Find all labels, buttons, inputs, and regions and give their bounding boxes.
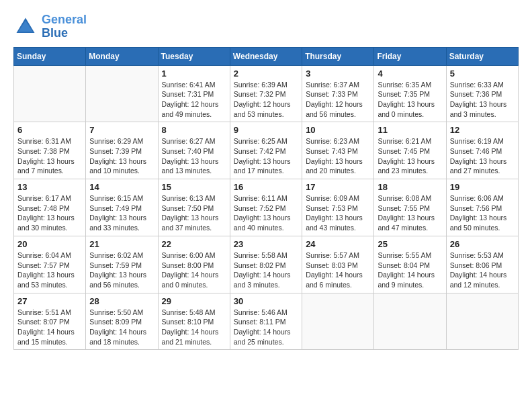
- day-number: 14: [89, 182, 154, 192]
- day-info: Sunrise: 5:50 AM Sunset: 8:09 PM Dayligh…: [89, 308, 154, 347]
- day-number: 9: [234, 125, 298, 135]
- day-info: Sunrise: 5:48 AM Sunset: 8:10 PM Dayligh…: [162, 308, 226, 347]
- calendar-day-cell: 20Sunrise: 6:04 AM Sunset: 7:57 PM Dayli…: [14, 236, 86, 293]
- day-number: 7: [89, 125, 154, 135]
- day-info: Sunrise: 5:57 AM Sunset: 8:03 PM Dayligh…: [306, 250, 370, 290]
- day-info: Sunrise: 6:37 AM Sunset: 7:33 PM Dayligh…: [306, 80, 370, 120]
- day-number: 23: [234, 239, 298, 249]
- calendar-week-row: 13Sunrise: 6:17 AM Sunset: 7:48 PM Dayli…: [14, 179, 519, 236]
- day-info: Sunrise: 6:31 AM Sunset: 7:38 PM Dayligh…: [17, 136, 82, 176]
- day-number: 8: [162, 125, 226, 135]
- day-info: Sunrise: 6:13 AM Sunset: 7:50 PM Dayligh…: [162, 193, 226, 233]
- day-number: 6: [17, 125, 82, 135]
- calendar-day-cell: 21Sunrise: 6:02 AM Sunset: 7:59 PM Dayli…: [86, 236, 158, 293]
- logo-icon: [13, 15, 38, 39]
- day-info: Sunrise: 6:33 AM Sunset: 7:36 PM Dayligh…: [450, 80, 515, 120]
- calendar-day-cell: 29Sunrise: 5:48 AM Sunset: 8:10 PM Dayli…: [158, 293, 230, 350]
- day-info: Sunrise: 6:11 AM Sunset: 7:52 PM Dayligh…: [234, 193, 298, 233]
- calendar-week-row: 27Sunrise: 5:51 AM Sunset: 8:07 PM Dayli…: [14, 293, 519, 350]
- calendar-day-cell: 19Sunrise: 6:06 AM Sunset: 7:56 PM Dayli…: [446, 179, 518, 236]
- day-number: 19: [450, 182, 515, 192]
- day-number: 28: [89, 296, 154, 306]
- day-info: Sunrise: 6:09 AM Sunset: 7:53 PM Dayligh…: [306, 193, 370, 233]
- page-header: General Blue: [13, 13, 519, 40]
- day-info: Sunrise: 5:46 AM Sunset: 8:11 PM Dayligh…: [234, 308, 298, 347]
- day-number: 5: [450, 68, 515, 79]
- calendar-day-cell: 6Sunrise: 6:31 AM Sunset: 7:38 PM Daylig…: [14, 122, 86, 179]
- calendar-day-cell: 22Sunrise: 6:00 AM Sunset: 8:00 PM Dayli…: [158, 236, 230, 293]
- day-of-week-header: Thursday: [302, 47, 374, 65]
- calendar-day-cell: 11Sunrise: 6:21 AM Sunset: 7:45 PM Dayli…: [374, 122, 446, 179]
- day-number: 4: [378, 68, 442, 79]
- calendar-day-cell: 2Sunrise: 6:39 AM Sunset: 7:32 PM Daylig…: [230, 65, 302, 122]
- day-number: 20: [17, 239, 82, 249]
- calendar-day-cell: [446, 293, 518, 350]
- day-info: Sunrise: 6:00 AM Sunset: 8:00 PM Dayligh…: [162, 250, 226, 290]
- day-info: Sunrise: 6:06 AM Sunset: 7:56 PM Dayligh…: [450, 193, 515, 233]
- calendar-day-cell: 5Sunrise: 6:33 AM Sunset: 7:36 PM Daylig…: [446, 65, 518, 122]
- day-info: Sunrise: 6:21 AM Sunset: 7:45 PM Dayligh…: [378, 136, 442, 176]
- calendar-day-cell: 7Sunrise: 6:29 AM Sunset: 7:39 PM Daylig…: [86, 122, 158, 179]
- day-info: Sunrise: 6:23 AM Sunset: 7:43 PM Dayligh…: [306, 136, 370, 176]
- calendar-day-cell: 27Sunrise: 5:51 AM Sunset: 8:07 PM Dayli…: [14, 293, 86, 350]
- day-number: 15: [162, 182, 226, 192]
- calendar-day-cell: 18Sunrise: 6:08 AM Sunset: 7:55 PM Dayli…: [374, 179, 446, 236]
- day-info: Sunrise: 6:39 AM Sunset: 7:32 PM Dayligh…: [234, 80, 298, 120]
- day-of-week-header: Friday: [374, 47, 446, 65]
- day-number: 3: [306, 68, 370, 79]
- day-number: 25: [378, 239, 442, 249]
- calendar-day-cell: [14, 65, 86, 122]
- calendar-day-cell: 16Sunrise: 6:11 AM Sunset: 7:52 PM Dayli…: [230, 179, 302, 236]
- calendar-day-cell: [374, 293, 446, 350]
- calendar-day-cell: 28Sunrise: 5:50 AM Sunset: 8:09 PM Dayli…: [86, 293, 158, 350]
- day-number: 22: [162, 239, 226, 249]
- day-number: 16: [234, 182, 298, 192]
- day-info: Sunrise: 6:19 AM Sunset: 7:46 PM Dayligh…: [450, 136, 515, 176]
- calendar-day-cell: [86, 65, 158, 122]
- day-info: Sunrise: 6:27 AM Sunset: 7:40 PM Dayligh…: [162, 136, 226, 176]
- day-info: Sunrise: 5:55 AM Sunset: 8:04 PM Dayligh…: [378, 250, 442, 290]
- day-info: Sunrise: 6:41 AM Sunset: 7:31 PM Dayligh…: [162, 80, 226, 120]
- day-of-week-header: Monday: [86, 47, 158, 65]
- calendar-day-cell: 23Sunrise: 5:58 AM Sunset: 8:02 PM Dayli…: [230, 236, 302, 293]
- calendar-week-row: 1Sunrise: 6:41 AM Sunset: 7:31 PM Daylig…: [14, 65, 519, 122]
- calendar-day-cell: 26Sunrise: 5:53 AM Sunset: 8:06 PM Dayli…: [446, 236, 518, 293]
- day-number: 11: [378, 125, 442, 135]
- calendar-day-cell: 15Sunrise: 6:13 AM Sunset: 7:50 PM Dayli…: [158, 179, 230, 236]
- day-number: 26: [450, 239, 515, 249]
- calendar-day-cell: [302, 293, 374, 350]
- day-info: Sunrise: 6:35 AM Sunset: 7:35 PM Dayligh…: [378, 80, 442, 120]
- day-number: 18: [378, 182, 442, 192]
- day-number: 2: [234, 68, 298, 79]
- day-info: Sunrise: 6:29 AM Sunset: 7:39 PM Dayligh…: [89, 136, 154, 176]
- calendar-header-row: SundayMondayTuesdayWednesdayThursdayFrid…: [14, 47, 519, 65]
- calendar-day-cell: 12Sunrise: 6:19 AM Sunset: 7:46 PM Dayli…: [446, 122, 518, 179]
- calendar-day-cell: 25Sunrise: 5:55 AM Sunset: 8:04 PM Dayli…: [374, 236, 446, 293]
- day-of-week-header: Wednesday: [230, 47, 302, 65]
- calendar-day-cell: 17Sunrise: 6:09 AM Sunset: 7:53 PM Dayli…: [302, 179, 374, 236]
- day-number: 17: [306, 182, 370, 192]
- calendar-table: SundayMondayTuesdayWednesdayThursdayFrid…: [13, 47, 519, 351]
- day-of-week-header: Saturday: [446, 47, 518, 65]
- calendar-day-cell: 8Sunrise: 6:27 AM Sunset: 7:40 PM Daylig…: [158, 122, 230, 179]
- day-number: 10: [306, 125, 370, 135]
- day-info: Sunrise: 6:08 AM Sunset: 7:55 PM Dayligh…: [378, 193, 442, 233]
- day-number: 13: [17, 182, 82, 192]
- day-info: Sunrise: 6:15 AM Sunset: 7:49 PM Dayligh…: [89, 193, 154, 233]
- day-number: 27: [17, 296, 82, 306]
- calendar-day-cell: 10Sunrise: 6:23 AM Sunset: 7:43 PM Dayli…: [302, 122, 374, 179]
- calendar-day-cell: 9Sunrise: 6:25 AM Sunset: 7:42 PM Daylig…: [230, 122, 302, 179]
- day-info: Sunrise: 6:25 AM Sunset: 7:42 PM Dayligh…: [234, 136, 298, 176]
- day-number: 1: [162, 68, 226, 79]
- calendar-day-cell: 4Sunrise: 6:35 AM Sunset: 7:35 PM Daylig…: [374, 65, 446, 122]
- logo-text: General Blue: [42, 13, 87, 40]
- day-number: 21: [89, 239, 154, 249]
- calendar-day-cell: 24Sunrise: 5:57 AM Sunset: 8:03 PM Dayli…: [302, 236, 374, 293]
- day-info: Sunrise: 5:51 AM Sunset: 8:07 PM Dayligh…: [17, 308, 82, 347]
- day-number: 24: [306, 239, 370, 249]
- calendar-day-cell: 3Sunrise: 6:37 AM Sunset: 7:33 PM Daylig…: [302, 65, 374, 122]
- day-info: Sunrise: 6:04 AM Sunset: 7:57 PM Dayligh…: [17, 250, 82, 290]
- calendar-day-cell: 13Sunrise: 6:17 AM Sunset: 7:48 PM Dayli…: [14, 179, 86, 236]
- calendar-day-cell: 14Sunrise: 6:15 AM Sunset: 7:49 PM Dayli…: [86, 179, 158, 236]
- calendar-day-cell: 30Sunrise: 5:46 AM Sunset: 8:11 PM Dayli…: [230, 293, 302, 350]
